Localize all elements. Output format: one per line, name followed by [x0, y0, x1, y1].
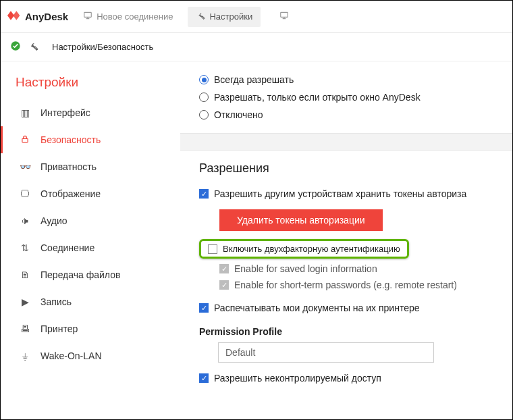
checkbox-label: Распечатывать мои документы на их принте…	[214, 300, 420, 315]
checkbox-icon	[208, 244, 217, 254]
tab-new-connection[interactable]: Новое соединение	[75, 7, 181, 27]
permissions-section: Разрешения Разрешить другим устройствам …	[180, 151, 512, 395]
radio-icon	[199, 93, 209, 102]
checkbox-print-docs[interactable]: Распечатывать мои документы на их принте…	[199, 300, 512, 315]
glasses-icon: 👓	[19, 161, 31, 172]
button-label: Удалить токены авторизации	[237, 215, 365, 226]
sidebar-item-label: Безопасность	[40, 134, 101, 145]
radio-only-window[interactable]: Разрешать, только если открыто окно AnyD…	[199, 88, 512, 106]
sidebar-item-label: Приватность	[40, 161, 97, 172]
radio-icon	[199, 110, 209, 120]
sidebar-item-label: Запись	[40, 296, 72, 307]
speaker-icon: 🕩	[19, 215, 31, 226]
content-pane: Всегда разрешать Разрешать, только если …	[180, 61, 512, 419]
sidebar-item-display[interactable]: 🖵 Отображение	[1, 180, 180, 207]
checkbox-label: Разрешить неконтролируемый доступ	[214, 371, 381, 386]
checkbox-icon	[219, 264, 229, 273]
radio-label: Разрешать, только если открыто окно AnyD…	[214, 92, 421, 103]
tab-settings[interactable]: Настройки	[188, 7, 261, 27]
profile-value: Default	[225, 347, 255, 358]
sidebar-item-connection[interactable]: ⇅ Соединение	[1, 234, 180, 261]
section-divider	[180, 133, 512, 151]
sidebar-item-security[interactable]: Безопасность	[1, 126, 180, 153]
display-icon	[279, 11, 289, 22]
app-logo: AnyDesk	[7, 9, 68, 24]
checkbox-two-factor[interactable]: Включить двухфакторную аутентификацию	[199, 239, 409, 259]
tab-settings-label: Настройки	[209, 11, 252, 22]
status-ok-icon	[10, 41, 21, 53]
wrench-icon	[196, 11, 205, 22]
checkbox-icon	[199, 189, 209, 199]
section-title: Разрешения	[199, 161, 512, 176]
checkbox-icon	[199, 373, 209, 383]
radio-label: Отключено	[214, 109, 263, 120]
printer-icon: 🖶	[19, 323, 31, 334]
tab-new-connection-label: Новое соединение	[97, 11, 173, 22]
checkbox-uncontrolled-access[interactable]: Разрешить неконтролируемый доступ	[199, 371, 512, 386]
delete-tokens-button[interactable]: Удалить токены авторизации	[219, 209, 383, 231]
breadcrumb-bar: Настройки/Безопасность	[1, 33, 512, 61]
display-switch-button[interactable]	[271, 7, 297, 27]
checkbox-icon	[199, 303, 209, 313]
svg-rect-3	[22, 138, 28, 142]
connection-icon: ⇅	[19, 242, 31, 253]
allow-radio-group: Всегда разрешать Разрешать, только если …	[180, 61, 512, 133]
checkbox-label: Разрешить другим устройствам хранить ток…	[214, 186, 466, 201]
sidebar-item-privacy[interactable]: 👓 Приватность	[1, 153, 180, 180]
sidebar-item-label: Wake-On-LAN	[40, 350, 102, 361]
breadcrumb-field[interactable]: Настройки/Безопасность	[45, 37, 329, 57]
checkbox-store-tokens[interactable]: Разрешить другим устройствам хранить ток…	[199, 186, 512, 201]
sidebar-item-file-transfer[interactable]: 🗎 Передача файлов	[1, 261, 180, 288]
file-icon: 🗎	[19, 269, 31, 280]
radio-label: Всегда разрешать	[214, 74, 294, 85]
main-area: Настройки ▥ Интерфейс Безопасность 👓 При…	[1, 61, 512, 419]
interface-icon: ▥	[19, 107, 31, 118]
profile-label: Permission Profile	[199, 326, 512, 337]
sidebar-item-label: Принтер	[40, 323, 78, 334]
monitor-icon	[83, 11, 92, 22]
wifi-icon: ⏚	[19, 350, 31, 361]
sidebar-item-label: Интерфейс	[40, 107, 90, 118]
monitor-icon: 🖵	[19, 188, 31, 199]
sidebar-item-recording[interactable]: ▶ Запись	[1, 288, 180, 315]
sidebar-item-label: Соединение	[40, 242, 94, 253]
wrench-icon	[28, 41, 38, 53]
checkbox-label: Enable for short-term passwords (e.g. re…	[234, 278, 457, 292]
checkbox-label: Enable for saved login information	[234, 261, 377, 276]
svg-rect-1	[281, 12, 288, 17]
sidebar-item-label: Аудио	[40, 215, 68, 226]
sidebar-item-wol[interactable]: ⏚ Wake-On-LAN	[1, 342, 180, 369]
profile-select[interactable]: Default	[218, 342, 434, 363]
checkbox-enable-saved: Enable for saved login information	[219, 261, 512, 276]
settings-sidebar: Настройки ▥ Интерфейс Безопасность 👓 При…	[1, 61, 180, 419]
lock-icon	[19, 134, 31, 146]
anydesk-logo-icon	[7, 9, 21, 24]
breadcrumb-text: Настройки/Безопасность	[52, 42, 153, 52]
radio-disabled[interactable]: Отключено	[199, 106, 512, 124]
sidebar-item-audio[interactable]: 🕩 Аудио	[1, 207, 180, 234]
checkbox-label: Включить двухфакторную аутентификацию	[223, 244, 400, 254]
checkbox-icon	[219, 280, 229, 290]
app-name: AnyDesk	[25, 11, 68, 22]
radio-icon	[199, 75, 209, 84]
top-bar: AnyDesk Новое соединение Настройки	[1, 1, 512, 33]
sidebar-item-label: Передача файлов	[40, 269, 120, 280]
sidebar-item-interface[interactable]: ▥ Интерфейс	[1, 99, 180, 126]
radio-always[interactable]: Всегда разрешать	[199, 71, 512, 88]
play-icon: ▶	[19, 296, 31, 307]
checkbox-enable-short: Enable for short-term passwords (e.g. re…	[219, 278, 512, 292]
sidebar-item-label: Отображение	[40, 188, 101, 199]
svg-rect-0	[84, 12, 92, 17]
sidebar-item-printer[interactable]: 🖶 Принтер	[1, 315, 180, 342]
sidebar-title: Настройки	[16, 75, 180, 90]
